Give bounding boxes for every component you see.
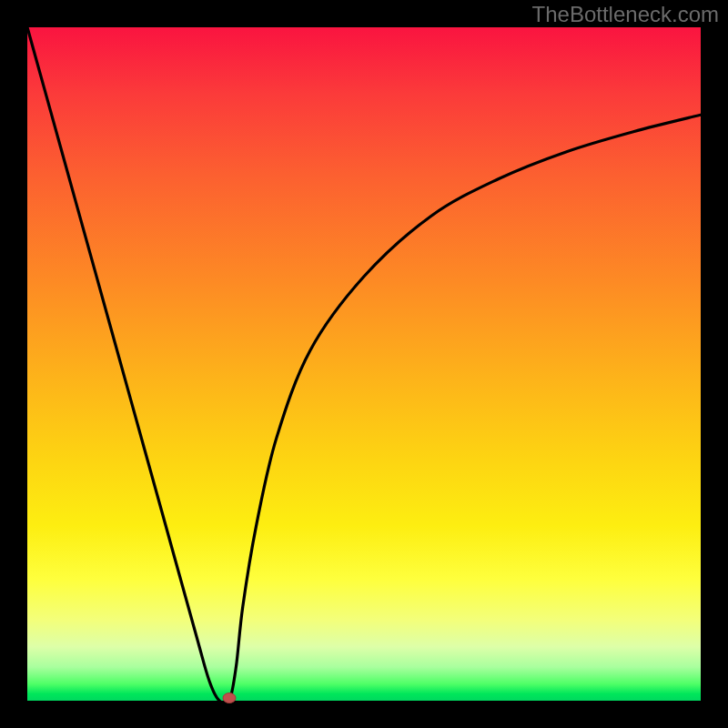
chart-frame: TheBottleneck.com xyxy=(0,0,728,728)
plot-area xyxy=(27,27,701,701)
bottleneck-curve xyxy=(27,27,701,701)
watermark-label: TheBottleneck.com xyxy=(532,2,719,27)
min-marker-dot xyxy=(223,693,236,703)
curve-path xyxy=(27,27,701,704)
